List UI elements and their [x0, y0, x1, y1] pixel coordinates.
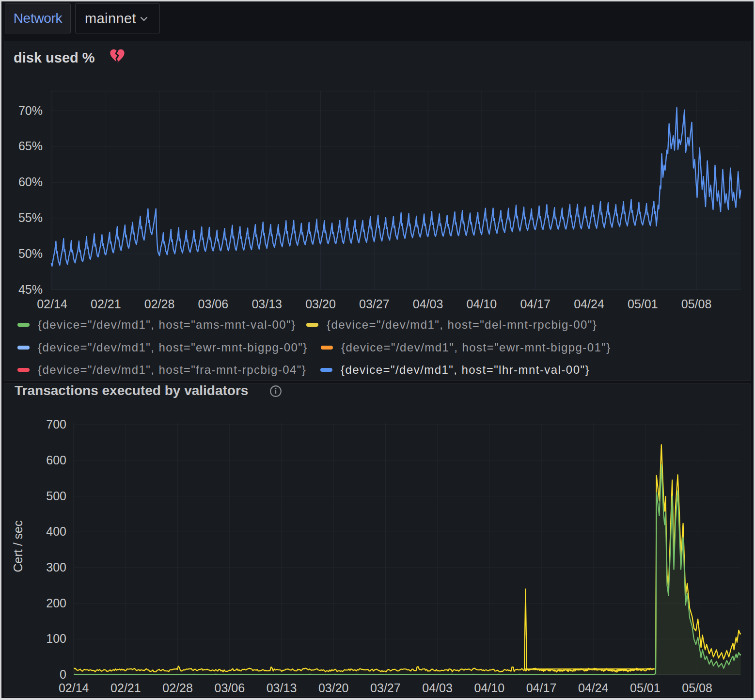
svg-text:02/28: 02/28 — [162, 681, 193, 695]
svg-text:0: 0 — [60, 668, 66, 681]
svg-text:04/03: 04/03 — [422, 681, 453, 695]
svg-text:100: 100 — [46, 632, 66, 645]
svg-text:03/13: 03/13 — [267, 681, 297, 695]
svg-text:04/03: 04/03 — [413, 297, 443, 311]
svg-text:500: 500 — [46, 489, 66, 503]
svg-text:04/10: 04/10 — [467, 297, 497, 311]
svg-text:50%: 50% — [18, 247, 43, 260]
svg-text:03/27: 03/27 — [370, 681, 401, 695]
svg-text:03/06: 03/06 — [215, 681, 245, 695]
svg-text:02/14: 02/14 — [59, 681, 89, 695]
svg-text:05/08: 05/08 — [682, 681, 712, 695]
svg-text:300: 300 — [46, 560, 66, 574]
svg-text:03/06: 03/06 — [198, 297, 229, 311]
svg-text:04/17: 04/17 — [526, 681, 557, 695]
svg-text:04/24: 04/24 — [578, 681, 609, 695]
svg-text:03/20: 03/20 — [318, 681, 349, 695]
svg-text:Cert / sec: Cert / sec — [11, 521, 25, 573]
svg-text:02/21: 02/21 — [91, 297, 121, 311]
svg-text:03/20: 03/20 — [305, 297, 336, 311]
svg-text:400: 400 — [46, 525, 66, 538]
svg-text:65%: 65% — [18, 139, 43, 153]
svg-text:03/13: 03/13 — [252, 297, 282, 311]
svg-text:04/10: 04/10 — [474, 681, 505, 695]
svg-text:02/21: 02/21 — [110, 681, 141, 695]
svg-text:600: 600 — [46, 453, 66, 467]
svg-text:02/14: 02/14 — [37, 297, 67, 311]
svg-text:700: 700 — [46, 417, 66, 431]
svg-text:200: 200 — [46, 596, 66, 610]
svg-text:04/24: 04/24 — [574, 297, 604, 311]
svg-text:05/08: 05/08 — [681, 297, 712, 311]
svg-text:45%: 45% — [18, 283, 43, 296]
svg-text:05/01: 05/01 — [628, 297, 658, 311]
svg-text:04/17: 04/17 — [520, 297, 551, 311]
svg-text:55%: 55% — [18, 211, 43, 224]
svg-text:03/27: 03/27 — [359, 297, 390, 311]
svg-text:70%: 70% — [18, 104, 43, 117]
svg-text:60%: 60% — [18, 175, 43, 189]
svg-text:02/28: 02/28 — [144, 297, 175, 311]
svg-text:05/01: 05/01 — [630, 681, 661, 695]
